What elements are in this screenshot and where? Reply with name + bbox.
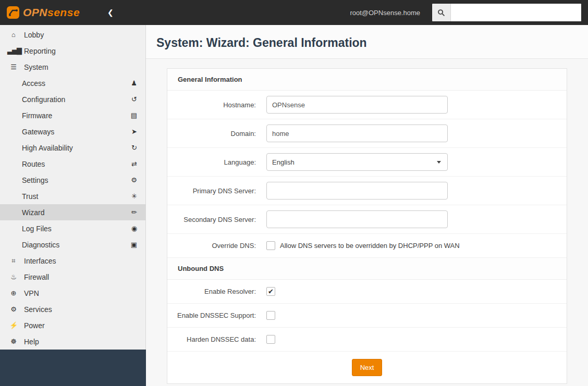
chart-bars-icon: ▃▅▇ — [7, 47, 20, 55]
sidebar-item-label: Diagnostics — [22, 241, 59, 249]
next-button[interactable]: Next — [352, 359, 383, 376]
harden-dnssec-checkbox[interactable] — [266, 335, 275, 344]
sidebar-item-settings[interactable]: Settings ⚙ — [0, 172, 145, 188]
power-icon: ⚡ — [7, 321, 20, 329]
sidebar-item-firmware[interactable]: Firmware ▤ — [0, 107, 145, 123]
sidebar-footer-area — [0, 350, 146, 386]
username-text: root@OPNsense.home — [350, 9, 420, 17]
sidebar-item-label: Wizard — [22, 208, 45, 217]
sidebar-item-trust[interactable]: Trust ✳ — [0, 188, 145, 204]
life-ring-icon: ☸ — [7, 338, 20, 345]
override-dns-description: Allow DNS servers to be overridden by DH… — [280, 242, 460, 250]
vpn-lock-icon: ⊕ — [7, 289, 20, 297]
sidebar-item-label: Access — [22, 79, 45, 88]
sidebar-item-label: Reporting — [24, 47, 56, 55]
hostname-input[interactable] — [266, 96, 448, 114]
content-area: General Information Hostname: Domain: La… — [146, 59, 588, 386]
sidebar-item-routes[interactable]: Routes ⇄ — [0, 156, 145, 172]
enable-resolver-label: Enable Resolver: — [167, 288, 266, 295]
sidebar-item-vpn[interactable]: ⊕ VPN — [0, 285, 145, 301]
primary-dns-label: Primary DNS Server: — [167, 187, 266, 195]
sidebar-item-label: VPN — [24, 289, 39, 297]
main-content: System: Wizard: General Information Gene… — [146, 25, 588, 386]
chevron-down-icon — [437, 161, 441, 164]
enable-dnssec-row: Enable DNSSEC Support: — [167, 304, 567, 328]
opnsense-logo-text: OPNsense — [23, 6, 80, 19]
camera-icon: ▣ — [131, 241, 137, 248]
language-row: Language: English — [167, 148, 567, 177]
sidebar: ⌂ Lobby ▃▅▇ Reporting ☰ System Access ♟ … — [0, 25, 146, 386]
sidebar-item-interfaces[interactable]: ⌗ Interfaces — [0, 253, 145, 269]
sidebar-item-label: Firewall — [24, 273, 49, 281]
enable-dnssec-label: Enable DNSSEC Support: — [167, 312, 266, 319]
domain-label: Domain: — [167, 130, 266, 138]
sidebar-item-label: Log Files — [22, 225, 52, 233]
harden-dnssec-label: Harden DNSSEC data: — [167, 335, 266, 343]
sidebar-item-high-availability[interactable]: High Availability ↻ — [0, 140, 145, 156]
topbar: OPNsense ❮ root@OPNsense.home — [0, 0, 588, 25]
sitemap-icon: ⌗ — [7, 257, 20, 265]
page-title: System: Wizard: General Information — [156, 36, 578, 50]
primary-dns-input[interactable] — [266, 182, 448, 200]
enable-resolver-row: Enable Resolver: ✔ — [167, 280, 567, 304]
search-input[interactable] — [451, 4, 581, 21]
button-row: Next — [167, 352, 567, 383]
list-icon: ☰ — [7, 63, 20, 71]
sidebar-item-label: Power — [24, 321, 45, 330]
override-dns-checkbox[interactable] — [266, 241, 275, 250]
opnsense-logo-icon — [6, 6, 20, 19]
check-icon: ✔ — [268, 288, 274, 295]
language-selected-value: English — [272, 158, 295, 166]
sidebar-collapse-button[interactable]: ❮ — [107, 8, 114, 17]
sidebar-item-access[interactable]: Access ♟ — [0, 75, 145, 91]
sidebar-item-services[interactable]: ⚙ Services — [0, 301, 145, 317]
domain-input[interactable] — [266, 124, 448, 142]
search-bar — [432, 3, 582, 22]
sidebar-item-power[interactable]: ⚡ Power — [0, 317, 145, 333]
sidebar-item-firewall[interactable]: ♨ Firewall — [0, 269, 145, 285]
enable-resolver-checkbox[interactable]: ✔ — [266, 287, 275, 296]
refresh-icon: ↻ — [131, 144, 137, 152]
sidebar-item-label: High Availability — [22, 144, 73, 152]
sidebar-item-gateways[interactable]: Gateways ➤ — [0, 123, 145, 140]
secondary-dns-input[interactable] — [266, 210, 448, 228]
language-label: Language: — [167, 158, 266, 166]
sidebar-item-configuration[interactable]: Configuration ↺ — [0, 91, 145, 107]
sidebar-item-log-files[interactable]: Log Files ◉ — [0, 220, 145, 236]
sidebar-item-diagnostics[interactable]: Diagnostics ▣ — [0, 236, 145, 253]
location-arrow-icon: ➤ — [131, 128, 137, 135]
sidebar-item-label: Trust — [22, 192, 38, 201]
lobby-icon: ⌂ — [7, 31, 20, 39]
page-header: System: Wizard: General Information — [146, 25, 588, 59]
language-select[interactable]: English — [266, 153, 448, 171]
certificate-icon: ✳ — [131, 192, 137, 200]
sidebar-item-label: Configuration — [22, 95, 65, 104]
users-icon: ♟ — [131, 79, 137, 87]
search-button[interactable] — [432, 4, 451, 21]
sidebar-item-reporting[interactable]: ▃▅▇ Reporting — [0, 43, 145, 59]
harden-dnssec-row: Harden DNSSEC data: — [167, 328, 567, 352]
sidebar-item-label: Lobby — [24, 31, 44, 39]
sidebar-item-label: Routes — [22, 160, 45, 168]
sidebar-item-label: System — [24, 63, 48, 71]
sidebar-item-help[interactable]: ☸ Help — [0, 333, 145, 350]
enable-dnssec-checkbox[interactable] — [266, 311, 275, 320]
wizard-panel: General Information Hostname: Domain: La… — [167, 68, 567, 384]
sidebar-item-label: Interfaces — [24, 257, 56, 265]
domain-row: Domain: — [167, 119, 567, 148]
opnsense-logo[interactable]: OPNsense — [6, 6, 96, 19]
search-icon — [437, 9, 445, 17]
sidebar-item-wizard[interactable]: Wizard ✏ — [0, 204, 145, 220]
sidebar-item-label: Firmware — [22, 111, 52, 120]
sidebar-item-label: Gateways — [22, 128, 54, 136]
sidebar-item-label: Settings — [22, 176, 48, 184]
sidebar-item-lobby[interactable]: ⌂ Lobby — [0, 27, 145, 43]
hostname-row: Hostname: — [167, 91, 567, 119]
eye-icon: ◉ — [131, 225, 137, 232]
secondary-dns-row: Secondary DNS Server: — [167, 205, 567, 234]
sidebar-item-system[interactable]: ☰ System — [0, 59, 145, 75]
history-icon: ↺ — [131, 95, 137, 103]
magic-wand-icon: ✏ — [131, 208, 137, 216]
gears-icon: ⚙ — [131, 176, 137, 184]
routes-icon: ⇄ — [131, 160, 137, 168]
